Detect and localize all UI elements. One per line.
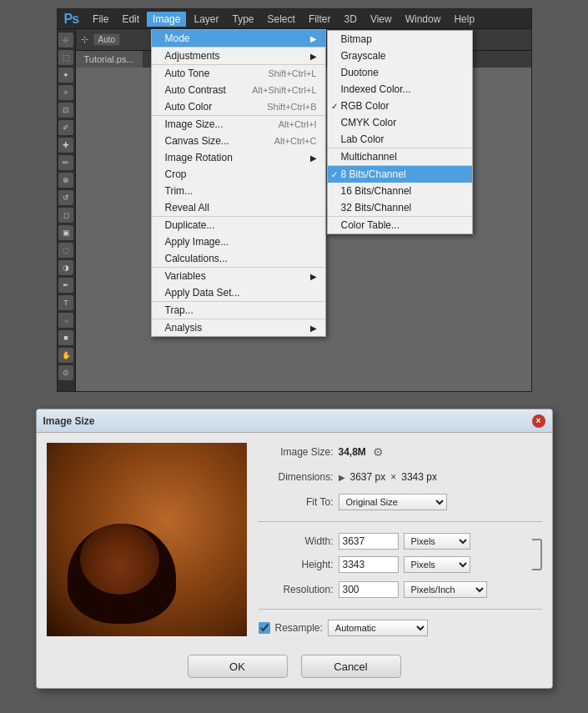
menu-row-canvas-size[interactable]: Canvas Size... Alt+Ctrl+C [152, 133, 325, 149]
height-unit-select[interactable]: Pixels [404, 556, 470, 573]
adjustments-arrow: ▶ [310, 52, 317, 61]
menu-type[interactable]: Type [227, 12, 260, 27]
pen-tool[interactable]: ✒ [58, 278, 73, 293]
submenu-duotone[interactable]: Duotone [328, 64, 472, 81]
shape-tool[interactable]: ■ [58, 330, 73, 345]
height-row: Height: Pixels [259, 555, 529, 574]
menu-row-auto-color[interactable]: Auto Color Shift+Ctrl+B [152, 98, 325, 115]
zoom-tool[interactable]: ⊙ [58, 365, 73, 380]
submenu-cmyk-color[interactable]: CMYK Color [328, 114, 472, 131]
bitmap-label: Bitmap [341, 33, 372, 45]
menu-view[interactable]: View [364, 12, 398, 27]
menu-3d[interactable]: 3D [339, 12, 363, 27]
lasso-tool[interactable]: ✦ [58, 68, 73, 83]
hand-tool[interactable]: ✋ [58, 348, 73, 363]
auto-color-label: Auto Color [165, 101, 213, 113]
gear-button[interactable]: ⚙ [371, 444, 386, 459]
rgb-color-label: RGB Color [341, 100, 389, 112]
image-size-menu-label: Image Size... [165, 118, 224, 130]
type-tool[interactable]: T [58, 295, 73, 310]
menu-row-analysis[interactable]: Analysis ▶ [152, 319, 325, 336]
select-tool[interactable]: ⬚ [58, 50, 73, 65]
menu-row-crop[interactable]: Crop [152, 166, 325, 183]
menu-row-auto-contrast[interactable]: Auto Contrast Alt+Shift+Ctrl+L [152, 82, 325, 98]
eyedropper-tool[interactable]: ✐ [58, 120, 73, 135]
stamp-tool[interactable]: ⊕ [58, 173, 73, 188]
crop-tool[interactable]: ⊡ [58, 103, 73, 118]
dialog-title: Image Size [43, 415, 95, 427]
dialog-close-button[interactable]: × [532, 414, 545, 428]
canvas-size-shortcut: Alt+Ctrl+C [274, 136, 317, 146]
submenu-multichannel[interactable]: Multichannel [328, 148, 472, 165]
auto-option[interactable]: Auto [93, 33, 121, 46]
indexed-color-label: Indexed Color... [341, 83, 411, 95]
blur-tool[interactable]: ◌ [58, 243, 73, 258]
resolution-row: Resolution: Pixels/Inch [259, 580, 542, 599]
menu-row-image-rotation[interactable]: Image Rotation ▶ [152, 149, 325, 166]
width-input[interactable] [339, 533, 399, 550]
ok-button[interactable]: OK [188, 655, 288, 678]
menu-edit[interactable]: Edit [116, 12, 145, 27]
menu-row-variables[interactable]: Variables ▶ [152, 268, 325, 284]
resample-select[interactable]: Automatic [328, 620, 428, 636]
resolution-label: Resolution: [259, 584, 334, 595]
move-tool[interactable]: ⊹ [58, 33, 73, 48]
dodge-tool[interactable]: ◑ [58, 260, 73, 275]
menu-row-apply-image[interactable]: Apply Image... [152, 233, 325, 250]
menu-filter[interactable]: Filter [303, 12, 337, 27]
fit-to-select[interactable]: Original Size [339, 494, 447, 510]
submenu-16bits[interactable]: 16 Bits/Channel [328, 183, 472, 199]
menu-row-apply-data-set[interactable]: Apply Data Set... [152, 284, 325, 301]
width-label: Width: [259, 535, 334, 547]
apply-data-set-label: Apply Data Set... [165, 287, 240, 299]
height-label: Height: [259, 559, 334, 570]
menu-row-calculations[interactable]: Calculations... [152, 250, 325, 267]
submenu-8bits[interactable]: ✓ 8 Bits/Channel [328, 165, 472, 183]
menu-row-trap[interactable]: Trap... [152, 302, 325, 319]
resolution-input[interactable] [339, 581, 399, 598]
submenu-color-table[interactable]: Color Table... [328, 216, 472, 233]
submenu-indexed-color[interactable]: Indexed Color... [328, 81, 472, 98]
preview-area [47, 443, 247, 636]
menu-row-reveal-all[interactable]: Reveal All [152, 199, 325, 216]
path-tool[interactable]: ⬦ [58, 313, 73, 328]
menu-row-mode[interactable]: Mode ▶ [152, 30, 325, 47]
menu-help[interactable]: Help [448, 12, 480, 27]
heal-tool[interactable]: ✚ [58, 138, 73, 153]
auto-color-shortcut: Shift+Ctrl+B [267, 102, 316, 112]
dimensions-sep: × [390, 471, 396, 483]
menu-image[interactable]: Image [147, 12, 186, 27]
menu-select[interactable]: Select [262, 12, 301, 27]
history-tool[interactable]: ↺ [58, 190, 73, 205]
cancel-button[interactable]: Cancel [301, 655, 401, 678]
eraser-tool[interactable]: ◻ [58, 208, 73, 223]
submenu-lab-color[interactable]: Lab Color [328, 131, 472, 148]
submenu-32bits[interactable]: 32 Bits/Channel [328, 199, 472, 216]
height-input[interactable] [339, 556, 399, 573]
gradient-tool[interactable]: ▣ [58, 225, 73, 240]
menu-layer[interactable]: Layer [188, 12, 224, 27]
submenu-grayscale[interactable]: Grayscale [328, 48, 472, 64]
menu-row-duplicate[interactable]: Duplicate... [152, 217, 325, 233]
duotone-label: Duotone [341, 67, 379, 78]
submenu-rgb-color[interactable]: ✓ RGB Color [328, 98, 472, 114]
tab-tutorial[interactable]: Tutorial.ps... [76, 51, 143, 68]
fit-to-label: Fit To: [259, 496, 334, 508]
resample-checkbox[interactable] [259, 622, 270, 634]
menu-row-image-size[interactable]: Image Size... Alt+Ctrl+I [152, 116, 325, 133]
submenu-bitmap[interactable]: Bitmap [328, 31, 472, 48]
menu-row-auto-tone[interactable]: Auto Tone Shift+Ctrl+L [152, 65, 325, 82]
width-unit-select[interactable]: Pixels [404, 533, 470, 550]
brush-tool[interactable]: ✏ [58, 155, 73, 170]
menu-row-trim[interactable]: Trim... [152, 183, 325, 199]
menu-file[interactable]: File [87, 12, 114, 27]
menu-row-adjustments[interactable]: Adjustments ▶ [152, 48, 325, 64]
fit-to-row: Fit To: Original Size [259, 493, 542, 511]
resolution-unit-select[interactable]: Pixels/Inch [404, 581, 487, 598]
wand-tool[interactable]: ✧ [58, 85, 73, 100]
8bits-check: ✓ [331, 170, 338, 179]
menu-window[interactable]: Window [400, 12, 447, 27]
auto-contrast-label: Auto Contrast [165, 84, 226, 96]
menu-section-mode: Mode ▶ [152, 30, 325, 48]
dimensions-arrow[interactable]: ▶ [339, 473, 345, 482]
